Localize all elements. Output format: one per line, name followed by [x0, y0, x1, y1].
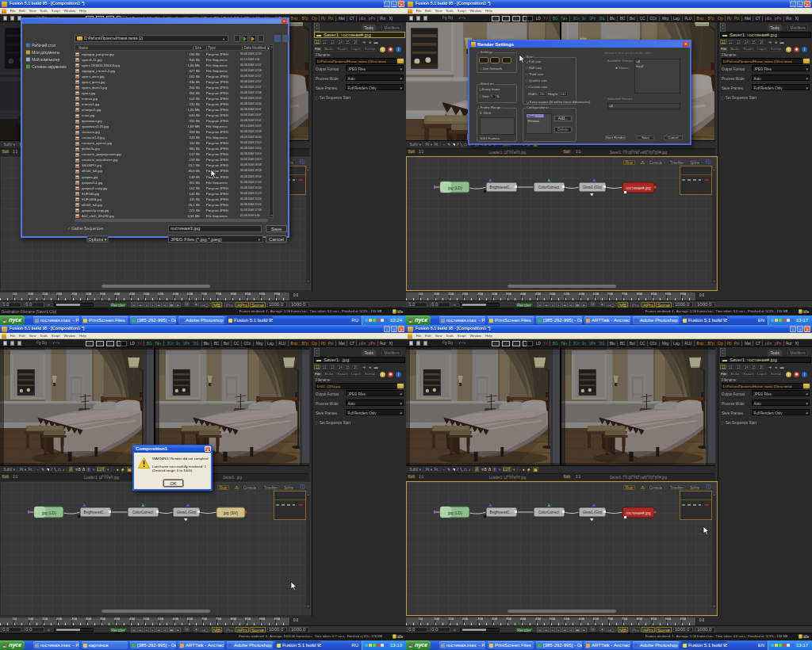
svg-text:jpg (LD): jpg (LD)	[447, 185, 462, 190]
svg-text:jpg (LD): jpg (LD)	[41, 510, 56, 515]
svg-text:Glow1 (Glo): Glow1 (Glo)	[583, 185, 603, 189]
svg-text:ColorCorrect: ColorCorrect	[132, 510, 154, 514]
svg-text:Glow1 (Glo): Glow1 (Glo)	[177, 510, 197, 514]
svg-text:BrightnessC...: BrightnessC...	[490, 185, 513, 189]
svg-text:гостиная#.jpg: гостиная#.jpg	[626, 185, 650, 190]
svg-text:BrightnessC...: BrightnessC...	[490, 510, 513, 514]
svg-text:jpg (LD): jpg (LD)	[447, 510, 462, 515]
svg-text:BrightnessC...: BrightnessC...	[84, 510, 107, 514]
svg-text:ColorCorrect: ColorCorrect	[538, 510, 560, 514]
svg-text:jpg (SV): jpg (SV)	[223, 510, 238, 515]
svg-text:гостиная#.jpg: гостиная#.jpg	[626, 510, 650, 515]
svg-text:Glow1 (Glo): Glow1 (Glo)	[583, 510, 603, 514]
svg-text:ColorCorrect: ColorCorrect	[538, 185, 560, 189]
